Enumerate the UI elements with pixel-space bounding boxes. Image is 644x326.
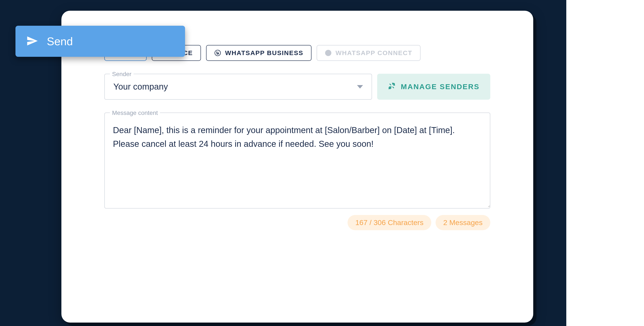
send-icon bbox=[26, 35, 47, 48]
tab-whatsapp-connect: WHATSAPP CONNECT bbox=[317, 45, 420, 61]
svg-point-1 bbox=[215, 50, 221, 56]
whatsapp-connect-icon bbox=[325, 49, 332, 56]
sender-value: Your company bbox=[113, 82, 168, 92]
message-fieldset: Message content bbox=[104, 113, 490, 208]
stats-row: 167 / 306 Characters 2 Messages bbox=[104, 215, 490, 230]
message-legend: Message content bbox=[110, 110, 160, 116]
sender-fieldset: Sender Your company bbox=[104, 74, 372, 100]
manage-senders-label: MANAGE SENDERS bbox=[401, 83, 480, 91]
sender-row: Sender Your company MANAGE SENDERS bbox=[104, 74, 490, 100]
messages-pill: 2 Messages bbox=[436, 215, 490, 230]
whatsapp-icon bbox=[214, 49, 221, 56]
manage-senders-button[interactable]: MANAGE SENDERS bbox=[377, 74, 490, 100]
tab-whatsapp-connect-label: WHATSAPP CONNECT bbox=[336, 49, 412, 57]
message-textarea[interactable] bbox=[105, 113, 490, 207]
svg-point-2 bbox=[326, 50, 331, 56]
send-button-label: Send bbox=[47, 35, 73, 48]
characters-pill: 167 / 306 Characters bbox=[348, 215, 431, 230]
tools-icon bbox=[388, 82, 396, 92]
chevron-down-icon bbox=[357, 85, 363, 89]
tab-whatsapp-business-label: WHATSAPP BUSINESS bbox=[225, 49, 303, 57]
message-composer-card: SMS VOICE WHATSAPP BUSINESS WHATSAPP CON… bbox=[62, 11, 533, 323]
send-button[interactable]: Send bbox=[16, 26, 185, 57]
sender-legend: Sender bbox=[110, 71, 134, 78]
sender-select[interactable]: Your company bbox=[105, 74, 372, 99]
tab-whatsapp-business[interactable]: WHATSAPP BUSINESS bbox=[206, 45, 312, 61]
